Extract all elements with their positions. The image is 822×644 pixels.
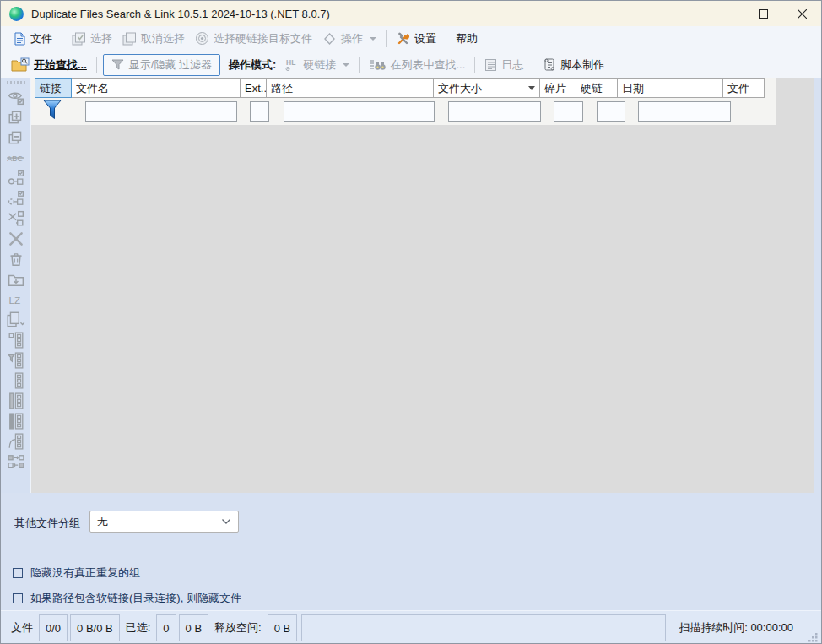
- filter-filesize-input[interactable]: [448, 101, 541, 122]
- find-in-list-button[interactable]: 在列表中查找...: [364, 55, 470, 75]
- menu-help-label: 帮助: [456, 31, 478, 46]
- option-hide-non-duplicate-groups[interactable]: 隐藏没有真正重复的组: [13, 566, 140, 581]
- selected-label: 已选:: [122, 620, 154, 636]
- filter-path-input[interactable]: [284, 101, 435, 122]
- move-files-icon[interactable]: [6, 269, 26, 290]
- free-space-box: 0 B: [268, 614, 298, 641]
- search-folder-icon: [11, 57, 30, 72]
- menu-file[interactable]: 文件: [8, 29, 57, 49]
- recycle-bin-icon[interactable]: [6, 249, 26, 269]
- window-title: Duplicate Files Search & Link 10.5.1 202…: [31, 8, 330, 20]
- eye-select-icon[interactable]: [6, 87, 26, 107]
- option-hide-softlink-paths[interactable]: 如果路径包含软链接(目录连接), 则隐藏文件: [13, 591, 241, 606]
- progress-bar: [301, 614, 666, 641]
- filter-hardlinks-input[interactable]: [597, 101, 625, 122]
- option-label: 隐藏没有真正重复的组: [30, 566, 140, 581]
- filter-ext-input[interactable]: [250, 101, 269, 122]
- scan-duration-label: 扫描持续时间:: [679, 621, 748, 634]
- toolbar-grip[interactable]: [7, 81, 25, 84]
- free-space-label: 释放空间:: [211, 620, 265, 636]
- select-link-dot-icon[interactable]: [6, 188, 26, 208]
- hardlink-plain-icon[interactable]: [6, 371, 26, 391]
- menu-select-hardlink-targets[interactable]: 选择硬链接目标文件: [190, 29, 317, 49]
- menu-actions[interactable]: 操作: [317, 29, 381, 49]
- selected-size-box: 0 B: [179, 614, 209, 641]
- chevron-down-icon: [221, 518, 231, 525]
- lz-compress-icon[interactable]: LZ: [6, 290, 26, 310]
- resize-grip[interactable]: [808, 632, 818, 642]
- menu-select[interactable]: 选择: [67, 29, 117, 49]
- separator: [359, 57, 360, 73]
- app-icon: [9, 7, 24, 21]
- column-header-date[interactable]: 日期: [617, 78, 723, 98]
- chevron-down-icon: [370, 37, 376, 41]
- hardlink-bar2-icon[interactable]: [6, 411, 26, 431]
- svg-text:LZ: LZ: [8, 295, 20, 306]
- filter-filename-input[interactable]: [85, 101, 237, 122]
- menu-deselect[interactable]: 取消选择: [117, 29, 190, 49]
- menu-settings[interactable]: 设置: [391, 29, 441, 49]
- option-label: 如果路径包含软链接(目录连接), 则隐藏文件: [30, 591, 241, 606]
- add-selection-icon[interactable]: [6, 107, 26, 127]
- column-header-link[interactable]: 链接: [35, 78, 72, 98]
- log-button[interactable]: 日志: [479, 55, 528, 75]
- start-search-button[interactable]: 开始查找...: [6, 55, 92, 75]
- select-icon: [72, 32, 86, 46]
- copy-files-icon[interactable]: [6, 310, 26, 330]
- filter-date-input[interactable]: [638, 101, 731, 122]
- menu-file-label: 文件: [30, 31, 52, 46]
- select-link-check-icon[interactable]: [6, 168, 26, 188]
- close-icon: [798, 9, 807, 19]
- scripting-button[interactable]: 脚本制作: [538, 55, 609, 75]
- scripting-label: 脚本制作: [560, 57, 604, 73]
- column-header-filename[interactable]: 文件名: [71, 78, 241, 98]
- maximize-icon: [759, 9, 768, 19]
- minimize-button[interactable]: [705, 1, 744, 26]
- toggle-filter-button[interactable]: 显示/隐藏 过滤器: [103, 54, 220, 76]
- mode-hardlink-dropdown[interactable]: HL 硬链接: [279, 55, 354, 75]
- column-header-fragments[interactable]: 碎片: [539, 78, 576, 98]
- grouping-label: 其他文件分组: [14, 516, 80, 531]
- column-header-hardlinks[interactable]: 硬链: [576, 78, 618, 98]
- results-empty-area: [31, 78, 814, 493]
- cut-link-icon[interactable]: [6, 208, 26, 229]
- settings-icon: [396, 31, 410, 46]
- hl-badge-icon: HL: [284, 57, 299, 72]
- swap-links-icon[interactable]: [6, 452, 26, 472]
- separator: [386, 30, 387, 47]
- log-label: 日志: [501, 57, 523, 73]
- checkbox-icon[interactable]: [13, 568, 23, 578]
- app-window: Duplicate Files Search & Link 10.5.1 202…: [0, 0, 822, 644]
- separator: [446, 30, 446, 47]
- deselect-icon: [122, 32, 137, 46]
- hardlink-filter-icon[interactable]: [6, 350, 26, 371]
- separator: [533, 57, 533, 73]
- script-scroll-icon: [543, 57, 556, 72]
- remove-selection-icon[interactable]: [6, 127, 26, 148]
- maximize-button[interactable]: [744, 1, 782, 26]
- delete-files-icon[interactable]: [6, 229, 26, 249]
- filter-fragments-input[interactable]: [554, 101, 583, 122]
- search-toolbar: 开始查找... 显示/隐藏 过滤器 操作模式: HL 硬链接 在列表中查找...…: [1, 51, 821, 78]
- close-button[interactable]: [782, 1, 821, 26]
- find-in-list-icon: [369, 58, 386, 72]
- column-header-filesize[interactable]: 文件大小: [433, 78, 540, 98]
- menu-actions-label: 操作: [341, 31, 363, 46]
- checkbox-icon[interactable]: [13, 593, 23, 603]
- files-size-box: 0 B/0 B: [70, 614, 120, 641]
- results-table-header-zone: 链接 文件名 Ext... 路径 文件大小 碎片 硬链 日期 文件: [31, 78, 776, 125]
- menu-help[interactable]: 帮助: [451, 29, 483, 49]
- hardlink-bar-icon[interactable]: [6, 391, 26, 411]
- rename-abc-icon[interactable]: ABC: [6, 148, 26, 168]
- column-header-path[interactable]: 路径: [266, 78, 434, 98]
- main-content: ABC LZ 链接 文件名 Ext... 路径 文件大小: [1, 78, 822, 610]
- files-count-box: 0/0: [39, 614, 68, 641]
- hardlink-new-icon[interactable]: [6, 330, 26, 350]
- column-header-ext[interactable]: Ext...: [240, 78, 267, 98]
- grouping-select[interactable]: 无: [89, 511, 239, 533]
- separator: [62, 30, 62, 47]
- column-header-file[interactable]: 文件: [722, 78, 765, 98]
- svg-text:ABC: ABC: [7, 154, 23, 163]
- menu-select-label: 选择: [90, 31, 112, 46]
- hardlink-curve-icon[interactable]: [6, 431, 26, 452]
